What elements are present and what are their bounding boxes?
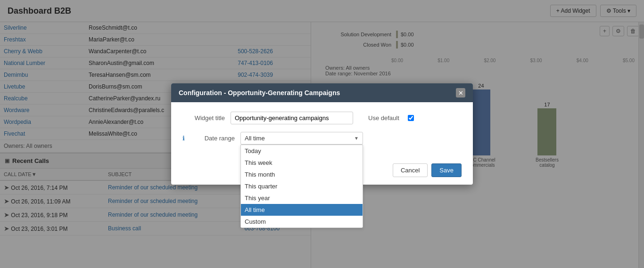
dropdown-item[interactable]: This year [241, 192, 363, 204]
dropdown-selected[interactable]: All time ▼ [240, 132, 363, 145]
cancel-button[interactable]: Cancel [393, 163, 428, 177]
dropdown-item[interactable]: Custom [241, 216, 363, 227]
modal-overlay: Configuration - Opportunity-Generating C… [0, 0, 644, 268]
widget-title-label: Widget title [182, 114, 225, 122]
dropdown-item[interactable]: This quarter [241, 180, 363, 192]
use-default-checkbox[interactable] [408, 115, 414, 121]
widget-title-input[interactable] [231, 112, 353, 124]
dropdown-list: TodayThis weekThis monthThis quarterThis… [240, 145, 363, 228]
widget-title-row: Widget title Use default [182, 112, 462, 124]
modal-body: Widget title Use default ℹ Date range Al… [171, 102, 473, 160]
dropdown-item[interactable]: This week [241, 157, 363, 169]
info-icon[interactable]: ℹ [182, 135, 185, 142]
date-range-row: ℹ Date range All time ▼ TodayThis weekTh… [182, 132, 462, 145]
dropdown-item[interactable]: This month [241, 169, 363, 180]
date-range-label: Date range [192, 135, 235, 142]
dropdown-item[interactable]: Today [241, 145, 363, 157]
modal-title: Configuration - Opportunity-Generating C… [179, 89, 340, 97]
dropdown-item[interactable]: All time [241, 204, 363, 216]
modal-header: Configuration - Opportunity-Generating C… [171, 83, 473, 102]
save-button[interactable]: Save [431, 163, 462, 177]
date-range-dropdown[interactable]: All time ▼ TodayThis weekThis monthThis … [240, 132, 363, 145]
dropdown-arrow-icon: ▼ [354, 136, 359, 141]
modal-close-button[interactable]: ✕ [456, 88, 465, 97]
use-default-label: Use default [368, 114, 399, 122]
configuration-modal: Configuration - Opportunity-Generating C… [171, 83, 473, 185]
dropdown-selected-text: All time [245, 135, 265, 142]
